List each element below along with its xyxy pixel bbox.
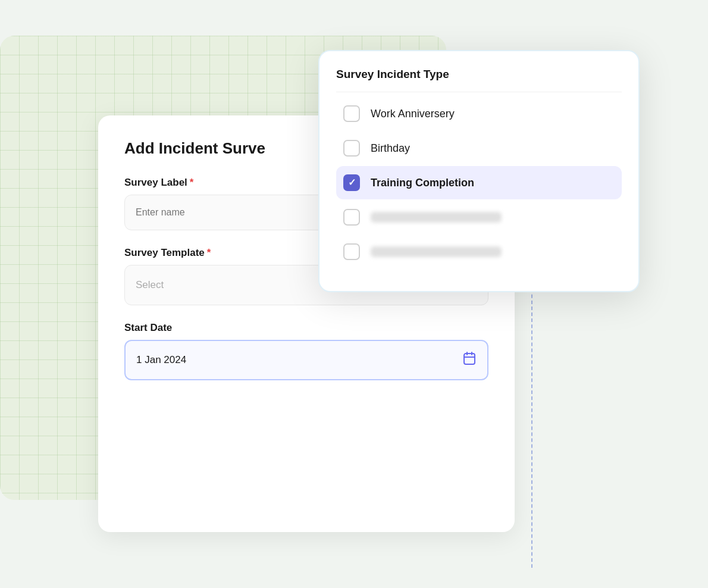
item-label-work-anniversary: Work Anniversery xyxy=(371,108,455,120)
item-label-birthday: Birthday xyxy=(371,142,410,155)
dropdown-item-training-completion[interactable]: Training Completion xyxy=(336,166,622,199)
start-date-label: Start Date xyxy=(124,322,488,334)
start-date-field: Start Date 1 Jan 2024 xyxy=(124,322,488,380)
dropdown-item-blurred-1[interactable] xyxy=(336,201,622,234)
checkbox-blurred-2[interactable] xyxy=(343,243,360,260)
select-placeholder: Select xyxy=(136,279,164,291)
required-indicator-2: * xyxy=(207,247,211,259)
checkbox-work-anniversary[interactable] xyxy=(343,105,360,122)
dropdown-item-blurred-2[interactable] xyxy=(336,235,622,268)
item-label-training-completion: Training Completion xyxy=(371,177,474,189)
svg-rect-0 xyxy=(464,354,475,364)
start-date-input[interactable]: 1 Jan 2024 xyxy=(124,340,488,380)
item-label-blurred-2 xyxy=(371,246,502,257)
item-label-blurred-1 xyxy=(371,212,502,223)
checkbox-training-completion[interactable] xyxy=(343,174,360,191)
required-indicator: * xyxy=(190,177,194,189)
checkbox-birthday[interactable] xyxy=(343,140,360,157)
date-value: 1 Jan 2024 xyxy=(136,354,186,366)
dropdown-item-work-anniversary[interactable]: Work Anniversery xyxy=(336,97,622,130)
dropdown-card: Survey Incident Type Work Anniversery Bi… xyxy=(318,50,640,292)
checkbox-blurred-1[interactable] xyxy=(343,209,360,226)
dropdown-item-birthday[interactable]: Birthday xyxy=(336,132,622,165)
calendar-icon xyxy=(462,351,477,369)
dropdown-title: Survey Incident Type xyxy=(336,68,622,92)
